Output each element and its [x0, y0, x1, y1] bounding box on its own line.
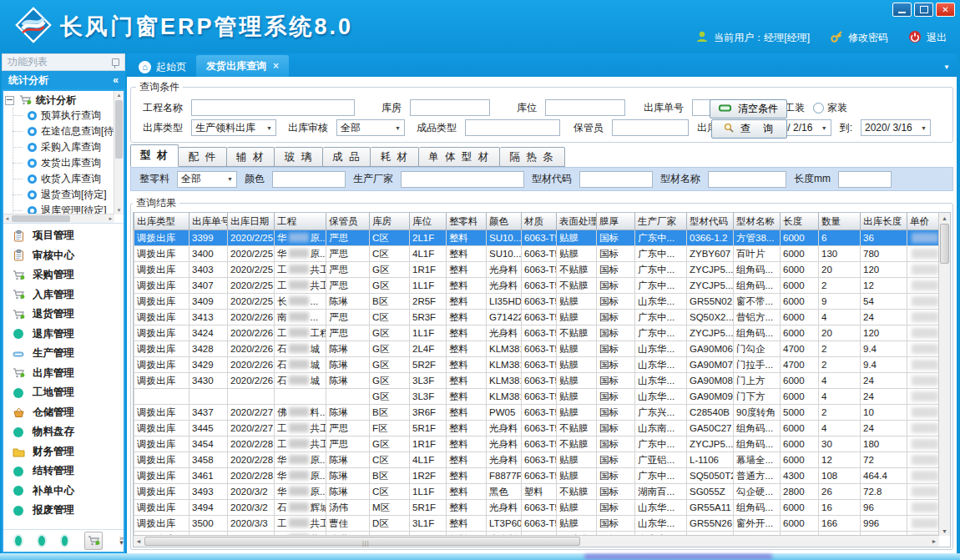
material-tab-型材[interactable]: 型 材: [130, 144, 179, 167]
column-header-型材名称[interactable]: 型材名称: [734, 213, 781, 230]
location-input[interactable]: [545, 99, 625, 116]
minimize-button[interactable]: [892, 3, 912, 17]
column-header-整零料[interactable]: 整零料: [447, 213, 487, 230]
close-icon[interactable]: ×: [273, 60, 279, 72]
radio-jiazhuang[interactable]: 家装: [813, 101, 847, 115]
table-row[interactable]: 调拨出库34452020/2/27工共工程严思F区5R1F整料光身料6063-T…: [134, 421, 940, 436]
logout-button[interactable]: 退出: [908, 30, 947, 46]
sidebar-item-物料盘存[interactable]: 物料盘存: [3, 422, 124, 442]
sidebar-item-补单中心[interactable]: 补单中心: [3, 482, 124, 502]
column-header-表面处理[interactable]: 表面处理: [557, 213, 597, 230]
column-header-膜厚[interactable]: 膜厚: [597, 213, 635, 230]
table-row[interactable]: 调拨出库34542020/2/28工共工程严思G区1R1F整料光身料6063-T…: [134, 436, 940, 452]
sidebar-item-出库管理[interactable]: 出库管理: [3, 364, 124, 384]
length-input[interactable]: [838, 171, 892, 188]
material-tab-配件[interactable]: 配 件: [179, 147, 226, 167]
scrollbar-thumb[interactable]: |||: [144, 537, 580, 546]
table-row[interactable]: 调拨出库34942020/3/2石辉城汤伟M区5R1F整料光身料6063-T5贴…: [134, 500, 940, 516]
table-row[interactable]: 调拨出库34092020/2/25长...陈琳B区2R5F整料LI35HD606…: [134, 294, 940, 310]
table-row[interactable]: 调拨出库34132020/2/26南...严思C区5R3F整料G71422606…: [134, 310, 940, 325]
table-row[interactable]: 调拨出库34612020/2/28华原...陈琳B区1R2F整料F8877FT6…: [134, 468, 940, 484]
scrollbar-thumb[interactable]: [115, 100, 123, 159]
table-row[interactable]: 调拨出库34932020/3/2华原...陈琳C区1L1F整料黑色塑料不贴膜国标…: [134, 484, 940, 500]
column-header-型材代码[interactable]: 型材代码: [687, 213, 734, 230]
tab-list-dropdown-icon[interactable]: ▼: [943, 63, 950, 71]
table-row[interactable]: 调拨出库34582020/2/28华原...陈琳C区4L1F整料光身料6063-…: [134, 452, 940, 468]
sidebar-section-header[interactable]: 统计分析 «: [2, 71, 125, 89]
material-tab-辅材[interactable]: 辅 材: [227, 147, 275, 167]
collapse-expander-icon[interactable]: [5, 96, 14, 105]
collapse-icon[interactable]: «: [113, 74, 119, 86]
material-tab-隔热条[interactable]: 隔 热 条: [500, 147, 564, 167]
column-header-单价[interactable]: 单价: [907, 213, 940, 230]
sidebar-item-入库管理[interactable]: 入库管理: [3, 285, 124, 305]
tree-item-发货出库查询[interactable]: 发货出库查询: [9, 155, 114, 171]
tree-item-退货查询[待定][interactable]: 退货查询[待定]: [9, 187, 114, 203]
dot-icon[interactable]: [62, 536, 68, 546]
tree-vertical-scrollbar[interactable]: ▲▼: [114, 91, 124, 214]
date-to-select[interactable]: 2020/ 3/16 ▼: [861, 119, 931, 136]
column-header-保管员[interactable]: 保管员: [326, 213, 370, 230]
sidebar-item-退库管理[interactable]: 退库管理: [3, 325, 124, 345]
table-row[interactable]: 调拨出库33992020/2/25华原...严思C区2L1F整料SU10...6…: [134, 230, 940, 246]
table-row[interactable]: 调拨出库34292020/2/26石城陈琳G区5R2F整料KLM38176063…: [134, 357, 940, 373]
tree-item-采购入库查询[interactable]: 采购入库查询: [9, 139, 114, 155]
grid-vertical-scrollbar[interactable]: ▲▼: [938, 213, 950, 536]
project-name-input[interactable]: [191, 99, 355, 116]
table-row[interactable]: 调拨出库34302020/2/26石城陈琳G区3L3F整料KLM38176063…: [134, 373, 940, 389]
column-header-出库类型[interactable]: 出库类型: [134, 213, 189, 230]
column-header-生产厂家[interactable]: 生产厂家: [635, 213, 687, 230]
column-header-库房[interactable]: 库房: [370, 213, 410, 230]
tree-item-在途信息查询[待[interactable]: 在途信息查询[待: [9, 124, 114, 139]
table-row[interactable]: 调拨出库34002020/2/25华原...严思C区4L1F整料SU10...6…: [134, 246, 940, 262]
material-tab-单体型材[interactable]: 单 体 型 材: [419, 147, 500, 167]
tree-item-退库管理[待定][interactable]: 退库管理[待定]: [9, 203, 114, 214]
column-header-工程[interactable]: 工程: [275, 213, 326, 230]
sidebar-item-仓储管理[interactable]: 仓储管理: [3, 403, 124, 423]
sidebar-item-采购管理[interactable]: 采购管理: [3, 265, 124, 285]
column-header-出库日期[interactable]: 出库日期: [228, 213, 275, 230]
out-type-select[interactable]: 生产领料出库 ▼: [191, 119, 276, 136]
tree-item-预算执行查询[interactable]: 预算执行查询: [9, 108, 114, 124]
sidebar-item-工地管理[interactable]: 工地管理: [3, 383, 124, 403]
table-row[interactable]: 调拨出库34372020/2/27佛料...陈琳B区3R6F整料PW056063…: [134, 405, 940, 421]
product-type-input[interactable]: [465, 119, 560, 136]
material-tab-成品[interactable]: 成 品: [323, 147, 371, 167]
cart-shortcut-button[interactable]: [84, 532, 103, 550]
color-input[interactable]: [272, 171, 346, 188]
table-row[interactable]: 调拨出库34242020/2/26工工程严思G区1L1F整料光身料6063-T5…: [134, 325, 940, 341]
material-tab-耗材[interactable]: 耗 材: [371, 147, 418, 167]
more-button[interactable]: »▾: [119, 537, 124, 546]
pin-icon[interactable]: [112, 58, 119, 66]
sidebar-item-退货管理[interactable]: 退货管理: [3, 305, 124, 325]
sidebar-item-结转管理[interactable]: 结转管理: [3, 462, 124, 482]
table-row[interactable]: 调拨出库34072020/2/25工共工程严思G区1L1F整料光身料6063-T…: [134, 278, 940, 294]
tree-root[interactable]: 统计分析: [5, 93, 114, 108]
grid-horizontal-scrollbar[interactable]: ◄|||►: [134, 535, 939, 547]
tree-item-收货入库查询[interactable]: 收货入库查询: [9, 171, 114, 187]
sidebar-item-生产管理[interactable]: 生产管理: [3, 344, 124, 364]
warehouse-input[interactable]: [410, 99, 490, 116]
dot-icon[interactable]: [38, 536, 45, 546]
maximize-button[interactable]: [914, 3, 933, 17]
column-header-出库长度[interactable]: 出库长度: [861, 213, 907, 230]
column-header-颜色[interactable]: 颜色: [487, 213, 522, 230]
table-row[interactable]: 调拨出库34282020/2/26石城陈琳G区2L4F整料KLM38176063…: [134, 341, 940, 357]
audit-select[interactable]: 全部 ▼: [336, 119, 405, 136]
tab-起始页[interactable]: 起始页: [129, 57, 196, 77]
close-button[interactable]: [936, 3, 955, 17]
sidebar-item-报废管理[interactable]: 报废管理: [3, 501, 124, 521]
dot-icon[interactable]: [15, 536, 22, 546]
table-row[interactable]: 调拨出库34032020/2/25工共工程严思G区1R1F整料光身料6063-T…: [134, 262, 940, 278]
sidebar-item-审核中心[interactable]: 审核中心: [3, 246, 124, 266]
sidebar-item-项目管理[interactable]: 项目管理: [3, 226, 124, 246]
clear-conditions-button[interactable]: 清空条件: [710, 99, 787, 119]
scrollbar-thumb[interactable]: [940, 224, 949, 264]
column-header-库位[interactable]: 库位: [410, 213, 447, 230]
profile-code-input[interactable]: [579, 171, 653, 188]
tree-horizontal-scrollbar[interactable]: ◄►: [3, 214, 114, 223]
table-row[interactable]: 调拨出库35002020/3/3工共工程曹佳D区3L1F整料LT3P606063…: [134, 516, 940, 532]
column-header-出库单号[interactable]: 出库单号: [189, 213, 228, 230]
keeper-input[interactable]: [612, 119, 689, 136]
search-button[interactable]: 查 询: [711, 119, 787, 139]
